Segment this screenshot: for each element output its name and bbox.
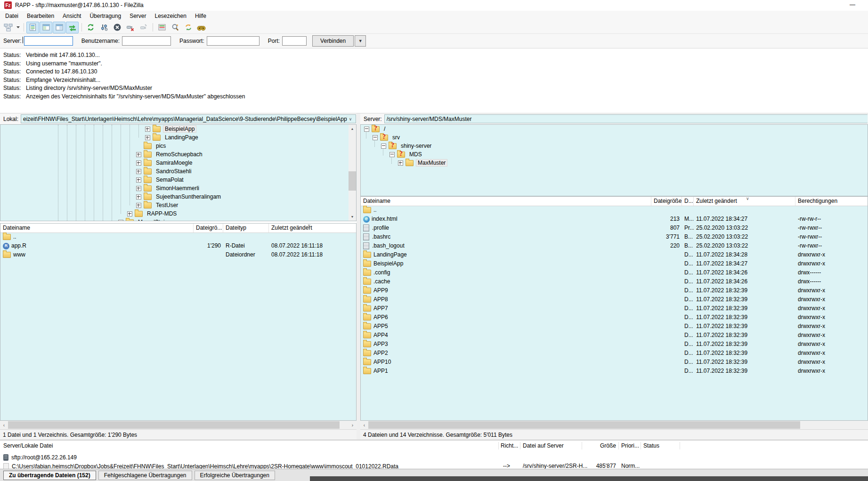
remote-path-combo[interactable]: /srv/shiny-server/MDS/MaxMuster bbox=[384, 114, 868, 123]
cancel-icon[interactable] bbox=[111, 22, 123, 33]
column-header-d[interactable]: D... bbox=[682, 197, 694, 206]
tab-zu-bertragende-dateien-152[interactable]: Zu übertragende Dateien (152) bbox=[3, 471, 96, 480]
local-tree-scrollbar[interactable]: ▲ ▼ bbox=[349, 125, 356, 221]
scrollbar-thumb[interactable] bbox=[368, 421, 800, 429]
toggle-queue-icon[interactable] bbox=[66, 22, 79, 33]
file-row-beispielapp[interactable]: BeispielAppD...11.07.2022 18:34:27drwxrw… bbox=[361, 259, 868, 268]
menu-item-lesezeichen[interactable]: Lesezeichen bbox=[150, 11, 190, 21]
collapse-icon[interactable] bbox=[389, 152, 395, 157]
file-row-item[interactable]: .. bbox=[0, 232, 356, 241]
connect-dropdown-icon[interactable]: ▼ bbox=[355, 35, 366, 47]
tree-item-rapp-mds[interactable]: RAPP-MDS bbox=[0, 209, 356, 218]
file-row-profile[interactable]: .profile807Pr...25.02.2020 13:03:22-rw-r… bbox=[361, 224, 868, 232]
expand-icon[interactable] bbox=[127, 211, 132, 216]
expand-icon[interactable] bbox=[136, 203, 141, 208]
tree-item-simonhaemmerli[interactable]: SimonHaemmerli bbox=[0, 184, 356, 192]
tree-item-pics[interactable]: pics bbox=[0, 142, 356, 150]
tree-item-mds[interactable]: MDS bbox=[361, 150, 868, 159]
refresh-icon[interactable] bbox=[84, 22, 97, 33]
file-row-config[interactable]: .configD...11.07.2022 18:34:26drwx------ bbox=[361, 268, 868, 277]
scroll-up-icon[interactable]: ▲ bbox=[349, 125, 356, 133]
tab-erfolgreiche-bertragungen[interactable]: Erfolgreiche Übertragungen bbox=[195, 471, 275, 480]
tree-item-samiramoegle[interactable]: SamiraMoegle bbox=[0, 159, 356, 167]
file-row-item[interactable]: .. bbox=[361, 206, 868, 215]
queue-column-gr-e[interactable]: Größe bbox=[584, 441, 616, 451]
file-row-app7[interactable]: APP7D...11.07.2022 18:32:39drwxrwxr-x bbox=[361, 304, 868, 313]
tree-item-shiny-server[interactable]: shiny-server bbox=[361, 142, 868, 150]
expand-icon[interactable] bbox=[136, 177, 141, 183]
column-header-zuletzt-ge-ndert[interactable]: Zuletzt geändert bbox=[694, 197, 795, 206]
column-header-dateigr[interactable]: Dateigrö... bbox=[194, 224, 223, 232]
column-header-zuletzt-ge-ndert[interactable]: Zuletzt geändert bbox=[269, 224, 357, 232]
password-input[interactable] bbox=[207, 36, 260, 46]
scroll-down-icon[interactable]: ▼ bbox=[349, 213, 356, 221]
disconnect-icon[interactable] bbox=[124, 22, 137, 33]
collapse-icon[interactable] bbox=[364, 127, 369, 132]
find-files-icon[interactable] bbox=[195, 22, 208, 33]
queue-column-server-lokale-datei[interactable]: Server/Lokale Datei bbox=[3, 441, 53, 451]
queue-row-server[interactable]: sftp://root@165.22.26.149 bbox=[0, 453, 868, 462]
site-manager-icon[interactable] bbox=[2, 22, 15, 33]
filter-icon[interactable] bbox=[155, 22, 168, 33]
username-input[interactable] bbox=[122, 36, 171, 46]
expand-icon[interactable] bbox=[136, 194, 141, 200]
column-header-berechtigungen[interactable]: Berechtigungen bbox=[795, 197, 868, 206]
scrollbar-thumb[interactable] bbox=[349, 171, 356, 191]
file-row-app5[interactable]: APP5D...11.07.2022 18:32:39drwxrwxr-x bbox=[361, 322, 868, 331]
site-manager-dropdown[interactable] bbox=[15, 22, 21, 33]
file-row-app-r[interactable]: app.R1'290R-Datei08.07.2022 16:11:18 bbox=[0, 241, 356, 250]
tree-item-sandrostaehli[interactable]: SandroStaehli bbox=[0, 167, 356, 176]
menu-item-bertragung[interactable]: Übertragung bbox=[85, 11, 125, 21]
scroll-left-icon[interactable]: ‹ bbox=[360, 421, 368, 429]
column-header-dateiname[interactable]: Dateiname bbox=[361, 197, 651, 206]
file-row-app1[interactable]: APP1D...11.07.2022 18:32:39drwxrwxr-x bbox=[361, 367, 868, 376]
tree-item-remoschuepbach[interactable]: RemoSchuepbach bbox=[0, 150, 356, 159]
scroll-right-icon[interactable]: › bbox=[349, 421, 357, 429]
expand-icon[interactable] bbox=[145, 135, 150, 140]
collapse-icon[interactable] bbox=[381, 144, 386, 149]
tree-item-srv[interactable]: srv bbox=[361, 133, 868, 142]
file-row-cache[interactable]: .cacheD...11.07.2022 18:34:26drwx------ bbox=[361, 277, 868, 286]
tree-item-sujeethansuntheralingam[interactable]: SujeethanSuntheralingam bbox=[0, 192, 356, 201]
port-input[interactable] bbox=[282, 36, 307, 46]
file-row-app4[interactable]: APP4D...11.07.2022 18:32:39drwxrwxr-x bbox=[361, 331, 868, 340]
file-row-bashrc[interactable]: .bashrc3'771B...25.02.2020 13:03:22-rw-r… bbox=[361, 232, 868, 241]
pane-splitter[interactable] bbox=[357, 113, 360, 440]
queue-column-richt[interactable]: Richt... bbox=[501, 441, 518, 451]
directory-comparison-icon[interactable] bbox=[169, 22, 181, 33]
expand-icon[interactable] bbox=[145, 127, 150, 132]
queue-row-file[interactable]: C:\Users\fabian.heimsch\Dropbox\Jobs&Fre… bbox=[0, 462, 868, 469]
expand-icon[interactable] bbox=[136, 186, 141, 191]
connect-button[interactable]: Verbinden bbox=[312, 35, 354, 47]
tree-item-landingpage[interactable]: LandingPage bbox=[0, 133, 356, 142]
file-row-app3[interactable]: APP3D...11.07.2022 18:32:39drwxrwxr-x bbox=[361, 340, 868, 349]
toggle-log-icon[interactable] bbox=[26, 22, 39, 33]
file-row-bash-logout[interactable]: .bash_logout220B...25.02.2020 13:03:22-r… bbox=[361, 241, 868, 250]
file-row-index-html[interactable]: index.html213M...11.07.2022 18:34:27-rw-… bbox=[361, 215, 868, 224]
expand-icon[interactable] bbox=[398, 160, 403, 166]
file-row-landingpage[interactable]: LandingPageD...11.07.2022 18:34:28drwxrw… bbox=[361, 250, 868, 259]
column-header-dateigr-e[interactable]: Dateigröße bbox=[651, 197, 682, 206]
expand-icon[interactable] bbox=[118, 220, 123, 222]
queue-column-datei-auf-server[interactable]: Datei auf Server bbox=[523, 441, 564, 451]
file-row-app10[interactable]: APP10D...11.07.2022 18:32:39drwxrwxr-x bbox=[361, 358, 868, 367]
queue-column-priori[interactable]: Priori... bbox=[621, 441, 639, 451]
file-row-app8[interactable]: APP8D...11.07.2022 18:32:39drwxrwxr-x bbox=[361, 295, 868, 304]
menu-item-bearbeiten[interactable]: Bearbeiten bbox=[23, 11, 58, 21]
chevron-down-icon[interactable]: ∨ bbox=[347, 117, 354, 121]
collapse-icon[interactable] bbox=[373, 135, 378, 140]
file-row-app2[interactable]: APP2D...11.07.2022 18:32:39drwxrwxr-x bbox=[361, 349, 868, 358]
synchronized-browsing-icon[interactable] bbox=[182, 22, 195, 33]
scroll-left-icon[interactable]: ‹ bbox=[0, 421, 8, 429]
expand-icon[interactable] bbox=[136, 160, 141, 166]
file-row-app9[interactable]: APP9D...11.07.2022 18:32:39drwxrwxr-x bbox=[361, 286, 868, 295]
reconnect-icon[interactable] bbox=[137, 22, 150, 33]
tree-item-beispielapp[interactable]: BeispielApp bbox=[0, 125, 356, 133]
file-row-app6[interactable]: APP6D...11.07.2022 18:32:39drwxrwxr-x bbox=[361, 313, 868, 322]
server-input[interactable] bbox=[24, 36, 73, 46]
tree-item-marcelsteiner[interactable]: MarcelSteiner bbox=[0, 218, 356, 221]
column-header-dateiname[interactable]: Dateiname bbox=[0, 224, 194, 232]
menu-item-ansicht[interactable]: Ansicht bbox=[58, 11, 85, 21]
minimize-button[interactable]: — bbox=[843, 0, 862, 10]
queue-column-status[interactable]: Status bbox=[643, 441, 659, 451]
